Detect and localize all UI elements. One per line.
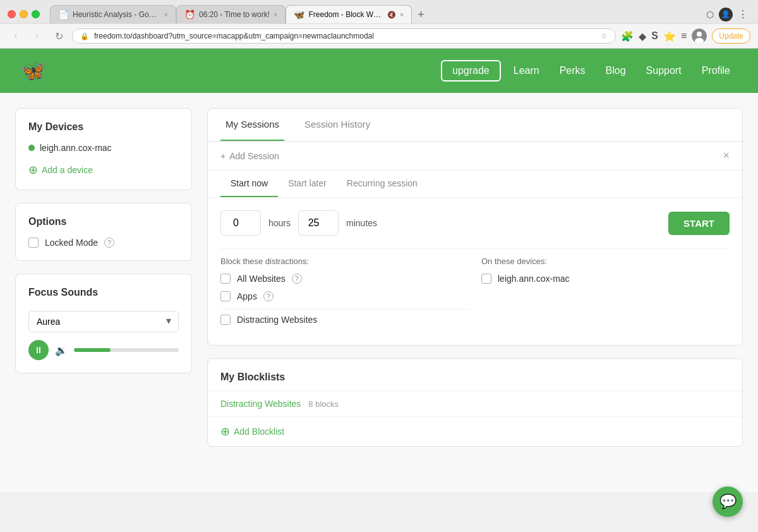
block-devices-col: On these devices: leigh.ann.cox-mac <box>481 257 730 332</box>
reload-button[interactable]: ↻ <box>51 28 67 44</box>
subtab-start-later[interactable]: Start later <box>278 171 337 197</box>
nav-bar: ‹ › ↻ 🔒 freedom.to/dashboard?utm_source=… <box>0 23 758 48</box>
blocklist-count: 8 blocks <box>308 399 339 409</box>
locked-mode-row: Locked Mode ? <box>28 238 179 248</box>
raindrop-icon: ◆ <box>639 30 646 42</box>
tab1-close-button[interactable]: × <box>164 11 168 18</box>
back-button[interactable]: ‹ <box>8 28 24 44</box>
close-window-button[interactable] <box>8 10 16 18</box>
forward-button[interactable]: › <box>29 28 45 44</box>
start-session-button[interactable]: START <box>668 212 730 235</box>
apps-checkbox[interactable] <box>220 291 231 301</box>
support-nav-button[interactable]: Support <box>639 61 689 80</box>
volume-fill <box>74 348 111 352</box>
profile-icon[interactable]: 👤 <box>719 8 733 21</box>
minutes-input[interactable] <box>298 210 339 236</box>
learn-nav-button[interactable]: Learn <box>506 61 547 80</box>
browser-tab-2[interactable]: ⏰ 06:20 - Time to work! × <box>176 5 286 23</box>
focus-sounds-select[interactable]: Aurea Rain Forest Ocean Cafe White Noise <box>28 311 179 332</box>
subtab-recurring[interactable]: Recurring session <box>337 171 428 197</box>
tab-my-sessions[interactable]: My Sessions <box>220 109 284 141</box>
minimize-window-button[interactable] <box>20 10 28 18</box>
subtab-start-now[interactable]: Start now <box>220 171 278 197</box>
block-section: Block these distractions: All Websites ?… <box>220 257 730 332</box>
profile-nav-button[interactable]: Profile <box>694 61 738 80</box>
locked-mode-label: Locked Mode <box>45 238 98 248</box>
distracting-websites-checkbox[interactable] <box>220 315 231 325</box>
session-subtabs: Start now Start later Recurring session <box>208 171 742 198</box>
address-bar[interactable]: 🔒 freedom.to/dashboard?utm_source=macapp… <box>72 28 616 44</box>
update-button[interactable]: Update <box>712 28 750 44</box>
perks-nav-button[interactable]: Perks <box>552 61 593 80</box>
block-distractions-col: Block these distractions: All Websites ?… <box>220 257 469 332</box>
main-content: My Devices leigh.ann.cox-mac ⊕ Add a dev… <box>0 93 758 492</box>
lock-icon: 🔒 <box>80 32 89 40</box>
time-row: hours minutes START <box>220 210 730 236</box>
apps-option: Apps ? <box>220 291 469 301</box>
audio-controls: ⏸ 🔉 <box>28 340 179 360</box>
device-item: leigh.ann.cox-mac <box>28 143 179 153</box>
chat-icon: 💬 <box>719 493 737 510</box>
device-check-row: leigh.ann.cox-mac <box>481 274 730 284</box>
locked-mode-checkbox[interactable] <box>28 238 39 248</box>
add-device-button[interactable]: ⊕ Add a device <box>28 163 93 177</box>
sessions-tabs: My Sessions Session History <box>208 109 742 142</box>
add-blocklist-button[interactable]: ⊕ Add Blocklist <box>208 417 297 446</box>
tab3-close-button[interactable]: × <box>400 11 404 18</box>
blocklist-name[interactable]: Distracting Websites <box>220 399 301 409</box>
tab2-title: 06:20 - Time to work! <box>199 10 270 19</box>
new-tab-button[interactable]: + <box>412 6 430 23</box>
chat-support-button[interactable]: 💬 <box>713 487 743 517</box>
add-device-plus-icon: ⊕ <box>28 163 38 177</box>
device-name: leigh.ann.cox-mac <box>40 143 112 153</box>
tab2-close-button[interactable]: × <box>274 11 277 18</box>
tab-session-history[interactable]: Session History <box>299 109 375 141</box>
address-text: freedom.to/dashboard?utm_source=macapp&u… <box>94 32 596 40</box>
add-session-label: Add Session <box>229 151 279 161</box>
settings-icon[interactable]: ⋮ <box>738 8 748 20</box>
butterfly-icon: 🦋 <box>20 59 45 83</box>
minutes-label: minutes <box>346 218 377 228</box>
upgrade-button[interactable]: upgrade <box>441 60 501 82</box>
add-device-label: Add a device <box>42 165 93 175</box>
tab1-title: Heuristic Analysis - Google Do... <box>73 10 160 19</box>
bookmark-icon[interactable]: ☆ <box>601 32 608 40</box>
apps-help-icon[interactable]: ? <box>263 291 274 301</box>
maximize-window-button[interactable] <box>32 10 40 18</box>
browser-tab-1[interactable]: 📄 Heuristic Analysis - Google Do... × <box>50 5 176 23</box>
browser-tab-3[interactable]: 🦋 Freedom - Block Websites... 🔇 × <box>286 5 412 23</box>
add-session-button[interactable]: + Add Session <box>220 151 279 161</box>
all-websites-option: All Websites ? <box>220 274 469 284</box>
locked-mode-help-icon[interactable]: ? <box>104 238 114 248</box>
focus-sounds-card: Focus Sounds Aurea Rain Forest Ocean Caf… <box>15 274 192 373</box>
volume-slider[interactable] <box>74 348 179 352</box>
add-blocklist-plus-icon: ⊕ <box>220 425 230 438</box>
hours-input[interactable] <box>220 210 261 236</box>
apps-label: Apps <box>237 291 257 301</box>
extensions-icon: ⬡ <box>706 9 714 20</box>
pause-button[interactable]: ⏸ <box>28 340 49 360</box>
distracting-websites-label: Distracting Websites <box>237 315 317 325</box>
header-nav: upgrade Learn Perks Blog Support Profile <box>441 60 738 82</box>
device-checkbox[interactable] <box>481 274 491 284</box>
menu-icon[interactable]: ≡ <box>681 30 687 42</box>
distracting-websites-option: Distracting Websites <box>220 315 469 325</box>
extensions2-icon: 🧩 <box>621 30 634 42</box>
sessions-card: My Sessions Session History + Add Sessio… <box>207 108 743 346</box>
all-websites-label: All Websites <box>237 274 286 284</box>
traffic-lights <box>8 10 40 18</box>
user-avatar[interactable] <box>692 28 707 44</box>
app-logo[interactable]: 🦋 <box>20 59 45 83</box>
blog-nav-button[interactable]: Blog <box>598 61 634 80</box>
tab1-favicon: 📄 <box>58 9 69 20</box>
add-session-bar: + Add Session × <box>208 142 742 171</box>
all-websites-checkbox[interactable] <box>220 274 231 284</box>
all-websites-help-icon[interactable]: ? <box>292 274 302 284</box>
tab2-favicon: ⏰ <box>184 9 195 20</box>
s-icon: S <box>651 30 658 42</box>
options-card: Options Locked Mode ? <box>15 203 192 261</box>
block-distractions-title: Block these distractions: <box>220 257 469 266</box>
hours-label: hours <box>268 218 291 228</box>
session-content: hours minutes START Block these distract… <box>208 198 742 345</box>
close-session-button[interactable]: × <box>723 149 730 162</box>
